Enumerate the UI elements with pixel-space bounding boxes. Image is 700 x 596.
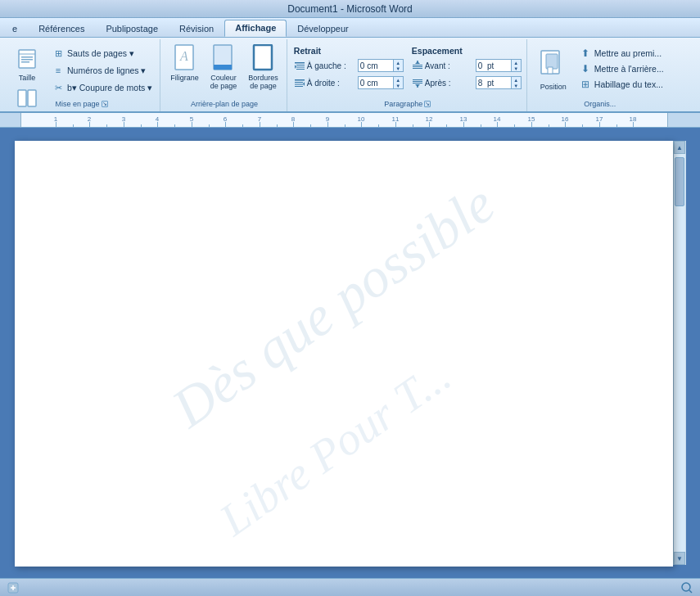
- mise-en-page-group-label: Mise en page ↘: [3, 100, 160, 108]
- svg-rect-13: [296, 65, 305, 65]
- svg-rect-26: [413, 68, 422, 69]
- ruler-number-17: 17: [596, 115, 603, 123]
- ruler-number-16: 16: [562, 115, 569, 123]
- avant-spin[interactable]: ▲ ▼: [512, 59, 522, 72]
- habillage-button[interactable]: ⊞ Habillage du tex...: [576, 77, 666, 92]
- ruler-number-18: 18: [630, 115, 637, 123]
- ruler-number-4: 4: [156, 115, 159, 123]
- droite-input[interactable]: [358, 76, 394, 89]
- sauts-button[interactable]: ⊞ Sauts de pages ▾: [49, 46, 155, 61]
- svg-rect-29: [413, 83, 422, 84]
- avant-spin-down[interactable]: ▼: [512, 65, 521, 71]
- ruler-number-7: 7: [258, 115, 261, 123]
- retrait-section: Retrait À gauche :: [294, 44, 404, 104]
- organiser-group-label: Organis...: [529, 100, 671, 108]
- svg-rect-14: [296, 67, 305, 68]
- ribbon-group-arriere-plan: A Filigrane Couleur de page: [162, 39, 287, 111]
- position-button[interactable]: Position: [534, 44, 573, 105]
- svg-rect-19: [295, 84, 303, 85]
- scroll-thumb[interactable]: [675, 157, 684, 206]
- retrait-gauche-row: À gauche : ▲ ▼: [294, 57, 404, 74]
- avant-input[interactable]: [476, 59, 512, 72]
- habillage-icon: ⊞: [579, 78, 592, 91]
- retrait-droite-row: À droite : ▲ ▼: [294, 74, 404, 91]
- status-bar: [0, 578, 700, 596]
- apres-spin-up[interactable]: ▲: [512, 77, 521, 83]
- scroll-down-btn[interactable]: ▼: [674, 552, 685, 565]
- droite-spin-down[interactable]: ▼: [394, 83, 403, 88]
- svg-line-41: [689, 590, 692, 593]
- svg-rect-28: [413, 81, 422, 82]
- status-right: [680, 581, 693, 594]
- ruler-number-9: 9: [326, 115, 329, 123]
- title-text: Document1 - Microsoft Word: [287, 3, 413, 15]
- droite-label: À droite :: [307, 79, 356, 88]
- tab-e[interactable]: e: [2, 20, 28, 37]
- apres-spin[interactable]: ▲ ▼: [512, 76, 522, 89]
- gauche-spin-up[interactable]: ▲: [394, 60, 403, 65]
- scroll-up-btn[interactable]: ▲: [674, 141, 685, 154]
- avant-row: Avant : ▲ ▼: [412, 57, 522, 74]
- ruler-left-margin: [0, 113, 21, 127]
- tab-affichage[interactable]: Affichage: [224, 20, 287, 37]
- right-btns: ⬆ Mettre au premi... ⬇ Mettre à l'arrièr…: [576, 44, 666, 105]
- apres-spin-down[interactable]: ▼: [512, 83, 521, 88]
- habillage-label: Habillage du tex...: [594, 79, 663, 89]
- droite-spin-up[interactable]: ▲: [394, 77, 403, 83]
- bordures-page-button[interactable]: Bordures de page: [245, 44, 282, 102]
- avant-icon: [412, 60, 423, 71]
- gauche-spin-down[interactable]: ▼: [394, 65, 403, 71]
- couleur-icon: [210, 46, 237, 72]
- bordures-label: Bordures de page: [248, 74, 278, 90]
- ruler-number-6: 6: [224, 115, 227, 123]
- svg-rect-15: [296, 69, 305, 70]
- taille-label: Taille: [19, 74, 36, 82]
- avant-spin-up[interactable]: ▲: [512, 60, 521, 65]
- tab-references[interactable]: Références: [28, 20, 95, 37]
- tab-revision[interactable]: Révision: [169, 20, 224, 37]
- avant-input-wrap: ▲ ▼: [476, 59, 522, 72]
- numeros-button[interactable]: ≡ Numéros de lignes ▾: [49, 63, 155, 78]
- paragraphe-expand[interactable]: ↘: [424, 101, 431, 107]
- svg-text:A: A: [179, 49, 188, 63]
- espacement-title: Espacement: [412, 46, 522, 56]
- ruler-number-12: 12: [426, 115, 433, 123]
- droite-input-wrap: ▲ ▼: [358, 76, 404, 89]
- svg-marker-31: [415, 84, 420, 87]
- taille-icon: [14, 46, 40, 72]
- avant-label: Avant :: [425, 61, 474, 70]
- mettre-arriere-button[interactable]: ⬇ Mettre à l'arrière...: [576, 61, 666, 76]
- svg-rect-12: [295, 62, 305, 64]
- svg-rect-34: [548, 67, 553, 74]
- couleur-page-button[interactable]: Couleur de page: [207, 44, 241, 102]
- coupure-button[interactable]: ✂ b▾ Coupure de mots ▾: [49, 80, 155, 95]
- apres-icon: [412, 77, 423, 88]
- apres-input[interactable]: [476, 76, 512, 89]
- arriere-plan-group-label: Arrière-plan de page: [162, 100, 287, 108]
- svg-marker-21: [303, 82, 305, 86]
- mise-en-page-expand[interactable]: ↘: [102, 101, 108, 107]
- taille-button[interactable]: Taille: [11, 44, 43, 82]
- mettre-premier-button[interactable]: ⬆ Mettre au premi...: [576, 46, 666, 61]
- filigrane-button[interactable]: A Filigrane: [167, 44, 202, 102]
- tab-publipostage[interactable]: Publipostage: [95, 20, 169, 37]
- svg-rect-3: [21, 59, 33, 61]
- ribbon-group-mise-en-page: Taille Colonnes ⊞ Sauts de pages ▾: [3, 39, 160, 111]
- svg-point-40: [682, 583, 690, 591]
- svg-rect-18: [295, 82, 303, 83]
- scrollbar-right[interactable]: ▲ ▼: [673, 141, 686, 565]
- gauche-input[interactable]: [358, 59, 394, 72]
- mettre-premier-icon: ⬆: [579, 47, 592, 60]
- ruler-number-8: 8: [291, 115, 295, 123]
- apres-row: Après : ▲ ▼: [412, 74, 522, 91]
- tab-developpeur[interactable]: Développeur: [287, 20, 359, 37]
- document-page[interactable]: Dès que possible Libre Pour T...: [15, 141, 673, 567]
- gauche-spin[interactable]: ▲ ▼: [394, 59, 404, 72]
- ruler-number-14: 14: [494, 115, 501, 123]
- ruler-number-1: 1: [54, 115, 57, 123]
- droite-spin[interactable]: ▲ ▼: [394, 76, 404, 89]
- svg-rect-33: [546, 54, 558, 69]
- scroll-track[interactable]: [674, 154, 685, 552]
- paragraphe-group-label: Paragraphe ↘: [289, 100, 526, 108]
- svg-marker-23: [415, 61, 420, 64]
